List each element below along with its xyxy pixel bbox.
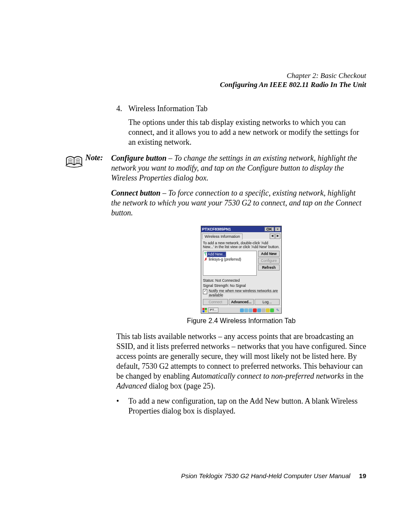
tray-icon[interactable] [266,308,270,312]
header-section: Configuring An IEEE 802.11 Radio In The … [65,80,366,89]
tab-scroll-right-icon[interactable]: ► [275,233,280,239]
svg-rect-3 [205,310,207,312]
sip-icon[interactable]: ✎ [275,308,280,312]
tray-icon[interactable] [270,308,274,312]
tray-icon[interactable] [262,308,265,312]
list-item-4: 4. Wireless Information Tab [116,104,366,113]
page-header: Chapter 2: Basic Checkout Configuring An… [65,71,366,90]
header-chapter: Chapter 2: Basic Checkout [65,71,366,80]
tray-icon[interactable] [240,308,244,312]
taskbar: PT... ✎ [201,307,281,313]
system-tray [240,308,274,312]
tray-icon[interactable] [249,308,252,312]
tray-icon[interactable] [257,308,261,312]
hint-text: To add a new network, double-click 'Add … [203,241,280,249]
status-text: Status: Not Connected [203,278,280,283]
configure-button[interactable]: Configure [258,258,280,264]
paragraph-tab-description: This tab lists available networks – any … [116,332,366,391]
page-footer: Psion Teklogix 7530 G2 Hand-Held Compute… [65,472,366,479]
connect-button[interactable]: Connect [203,299,228,305]
ok-button[interactable]: OK [265,227,274,231]
bullet-dot: • [116,396,128,416]
list-number: 4. [116,104,128,113]
refresh-button[interactable]: Refresh [258,264,280,271]
figure-wrap: PTXCF8385PN1 OK × Wireless Information ◄… [116,226,366,314]
note-connect-lead: Connect button [111,189,161,197]
dialog-titlebar: PTXCF8385PN1 OK × [201,226,281,232]
tab-row: Wireless Information ◄ ► [201,232,281,240]
screenshot-dialog: PTXCF8385PN1 OK × Wireless Information ◄… [201,226,282,314]
note-label: Note: [85,153,111,162]
note-block: Note: Configure button – To change the s… [65,153,366,183]
book-icon [65,153,85,170]
advanced-button[interactable]: Advanced... [229,299,254,305]
taskbar-item[interactable]: PT... [208,308,218,313]
list-item-linksys[interactable]: linksys-g (preferred) [209,257,241,261]
add-new-button[interactable]: Add New [258,251,280,257]
x-icon: ✗ [204,257,209,261]
close-button[interactable]: × [275,227,280,231]
figure-caption: Figure 2.4 Wireless Information Tab [116,317,366,325]
list-title: Wireless Information Tab [128,104,366,113]
dialog-title: PTXCF8385PN1 [202,227,265,231]
list-item-add-new[interactable]: Add New... [207,252,226,257]
svg-rect-1 [205,308,207,310]
footer-text: Psion Teklogix 7530 G2 Hand-Held Compute… [181,472,350,479]
svg-rect-0 [202,308,205,310]
tab-wireless-information[interactable]: Wireless Information [202,233,243,240]
svg-rect-2 [202,310,205,312]
note-connect: Connect button – To force connection to … [111,188,366,218]
network-list[interactable]: ƬAdd New... ✗ linksys-g (preferred) [203,251,257,276]
bullet-add-new: • To add a new configuration, tap on the… [116,396,366,416]
note-configure-lead: Configure button [111,154,167,162]
notify-label: Notify me when new wireless networks are… [209,289,280,297]
start-icon[interactable] [202,308,207,313]
tray-icon[interactable] [253,308,257,312]
notify-checkbox[interactable]: ✓ [203,289,207,294]
tray-icon[interactable] [244,308,248,312]
log-button[interactable]: Log... [255,299,280,305]
signal-text: Signal Strength: No Signal [203,283,280,288]
item4-paragraph: The options under this tab display exist… [128,118,366,147]
page-number: 19 [359,472,366,479]
tab-scroll-left-icon[interactable]: ◄ [270,233,275,239]
note-configure: Configure button – To change the setting… [111,153,366,183]
